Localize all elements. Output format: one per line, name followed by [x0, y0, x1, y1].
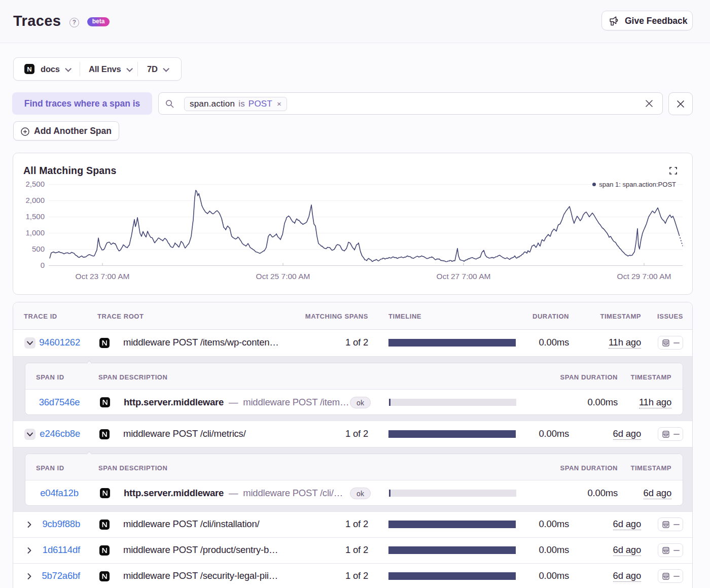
svg-text:Oct 25 7:00 AM: Oct 25 7:00 AM — [256, 272, 310, 281]
svg-text:2,500: 2,500 — [25, 180, 45, 188]
svg-text:Oct 27 7:00 AM: Oct 27 7:00 AM — [437, 272, 491, 281]
svg-text:1,500: 1,500 — [25, 212, 45, 221]
svg-text:500: 500 — [32, 245, 45, 253]
svg-text:N: N — [27, 65, 31, 73]
svg-text:Oct 23 7:00 AM: Oct 23 7:00 AM — [76, 272, 130, 281]
svg-text:2,000: 2,000 — [25, 196, 45, 204]
svg-text:0: 0 — [41, 261, 45, 269]
svg-text:Oct 29 7:00 AM: Oct 29 7:00 AM — [617, 272, 671, 281]
svg-text:1,000: 1,000 — [25, 228, 45, 237]
